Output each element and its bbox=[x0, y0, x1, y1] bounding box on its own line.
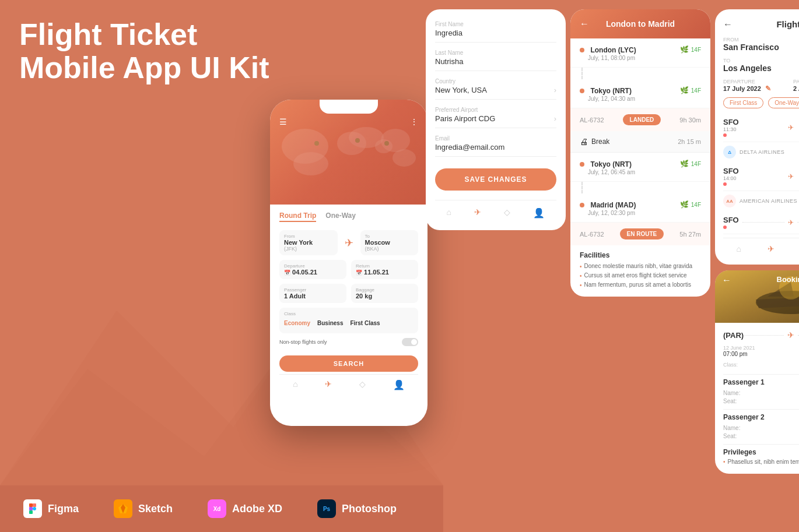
profile-nav-avatar[interactable]: 👤 bbox=[533, 207, 545, 219]
booking-from-airport: (PAR) bbox=[723, 330, 744, 340]
seg2-duration: 5h 27m bbox=[679, 231, 701, 238]
flight-details-row: DEPARTURE 17 July 2022 ✎ PASSENGERS 2 Ad… bbox=[723, 79, 799, 93]
booking-panel: ← Booking ✕ (PAR) ✈ ( bbox=[715, 270, 799, 474]
title-block: Flight Ticket Mobile App UI Kit bbox=[19, 18, 445, 84]
nonstop-toggle[interactable] bbox=[402, 338, 418, 346]
menu-icon[interactable]: ☰ bbox=[279, 117, 287, 126]
baggage-field[interactable]: Baggage 20 kg bbox=[351, 284, 418, 303]
segment1: AL-6732 LANDED 9h 30m bbox=[570, 108, 710, 131]
tool-figma: Figma bbox=[23, 499, 79, 518]
booking-back-button[interactable]: ← bbox=[722, 275, 731, 286]
nav-bookmark-icon[interactable]: ◇ bbox=[359, 379, 366, 390]
profile-nav-home[interactable]: ⌂ bbox=[447, 207, 451, 219]
from-field[interactable]: From New York (JFK) bbox=[279, 230, 338, 255]
flight-result-3: SFO ✈ LAX bbox=[723, 211, 799, 234]
stop-london: London (LYC) 🌿 14F July, 11, 08:00 pm bbox=[570, 38, 710, 68]
booking-arrive-date: 13 June 2021 bbox=[793, 345, 799, 351]
madrid-name: Madrid (MAD) bbox=[590, 201, 636, 209]
phone-nav: ⌂ ✈ ◇ 👤 bbox=[279, 374, 418, 393]
facilities-title: Facilities bbox=[580, 251, 701, 259]
right-panels: First Name Ingredia Last Name Nutrisha C… bbox=[426, 0, 799, 532]
profile-airport-field: Preferred Airport Paris Airport CDG › bbox=[435, 107, 556, 128]
fr3-from-dot bbox=[723, 226, 727, 229]
return-field[interactable]: Return 📅 11.05.21 bbox=[351, 260, 418, 279]
profile-nav-bookmark[interactable]: ◇ bbox=[504, 207, 510, 219]
from-section: FROM San Francisco bbox=[723, 37, 799, 52]
swap-icon[interactable]: ✈ bbox=[345, 237, 353, 249]
break-icon: 🖨 bbox=[580, 137, 588, 146]
phone-header: ☰ ⋮ bbox=[270, 100, 427, 205]
departure-field[interactable]: Departure 📅 04.05.21 bbox=[279, 260, 346, 279]
fr3-from: SFO bbox=[723, 216, 739, 229]
airport-value[interactable]: Paris Airport CDG › bbox=[435, 114, 556, 128]
itinerary-panel: ← London to Madrid London (LYC) 🌿 14F Ju… bbox=[570, 9, 710, 297]
route-section: FROM San Francisco ⇅ TO Los Angeles bbox=[723, 37, 799, 73]
svg-rect-12 bbox=[29, 503, 33, 507]
tag-one-way[interactable]: One-Way bbox=[768, 97, 799, 108]
firstname-label: First Name bbox=[435, 21, 556, 27]
tool-photoshop: Ps Photoshop bbox=[317, 499, 397, 518]
facilities-section: Facilities • Donec molestie mauris nibh,… bbox=[570, 245, 710, 297]
seg1-status: LANDED bbox=[623, 114, 661, 125]
nonstop-label: Non-stop flights only bbox=[279, 339, 327, 345]
edit-dep-icon[interactable]: ✎ bbox=[765, 84, 771, 93]
return-label: Return bbox=[356, 263, 413, 269]
svg-point-9 bbox=[314, 141, 319, 146]
more-icon[interactable]: ⋮ bbox=[410, 117, 418, 126]
profile-nav-flight[interactable]: ✈ bbox=[474, 207, 481, 219]
p2-name-label: Name: bbox=[723, 425, 740, 431]
tag-first-class[interactable]: First Class bbox=[723, 97, 763, 108]
tab-one-way[interactable]: One-Way bbox=[325, 212, 356, 222]
tokyo-name-2: Tokyo (NRT) bbox=[590, 160, 631, 168]
tag-row: First Class One-Way ⊞ bbox=[723, 97, 799, 108]
to-value: Moscow bbox=[365, 239, 414, 246]
leaf-icon-2: 🌿 bbox=[680, 86, 689, 94]
from-route-value: San Francisco bbox=[723, 43, 799, 52]
fr1-from-dot bbox=[723, 133, 727, 137]
svg-point-11 bbox=[384, 141, 389, 146]
phone-header-icons: ☰ ⋮ bbox=[270, 117, 427, 126]
flt-nav-home[interactable]: ⌂ bbox=[737, 244, 741, 255]
phone-body: Round Trip One-Way From New York (JFK) ✈… bbox=[270, 205, 427, 400]
passenger2-title: Passenger 2 bbox=[723, 413, 799, 421]
to-field[interactable]: To Moscow (BKA) bbox=[360, 230, 419, 255]
passenger-field[interactable]: Passenger 1 Adult bbox=[279, 284, 346, 303]
passenger-value: 1 Adult bbox=[284, 293, 342, 300]
leaf-count-3: 14F bbox=[691, 161, 701, 167]
leaf-count-1: 14F bbox=[691, 47, 701, 53]
tab-row: Round Trip One-Way bbox=[279, 212, 418, 222]
nav-home-icon[interactable]: ⌂ bbox=[293, 379, 297, 390]
tab-round-trip[interactable]: Round Trip bbox=[279, 212, 316, 222]
svg-point-10 bbox=[355, 138, 360, 143]
country-value[interactable]: New York, USA › bbox=[435, 86, 556, 100]
class-economy[interactable]: Economy bbox=[284, 320, 310, 326]
class-first[interactable]: First Class bbox=[350, 320, 380, 326]
nav-profile-icon[interactable]: 👤 bbox=[393, 379, 405, 390]
fr2-from: SFO 14:00 bbox=[723, 167, 739, 186]
seg2-status: EN ROUTE bbox=[620, 228, 664, 239]
swap-icon-container: ✈ bbox=[342, 230, 356, 255]
lastname-label: Last Name bbox=[435, 50, 556, 56]
nav-flight-icon[interactable]: ✈ bbox=[325, 379, 332, 390]
flights-back-icon[interactable]: ← bbox=[723, 19, 733, 30]
svg-rect-13 bbox=[33, 503, 36, 507]
class-business[interactable]: Business bbox=[317, 320, 343, 326]
fr1-arrow: ✈ bbox=[739, 124, 799, 132]
passengers-detail-value: 2 Adults ✎ bbox=[793, 84, 799, 93]
itinerary-back-button[interactable]: ← bbox=[580, 19, 589, 29]
svg-point-3 bbox=[293, 152, 328, 175]
airport-chevron: › bbox=[554, 114, 556, 123]
firstname-value[interactable]: Ingredia bbox=[435, 29, 556, 43]
sketch-icon bbox=[114, 499, 132, 518]
booking-arrive-time: 10:20 am bbox=[793, 351, 799, 357]
save-changes-button[interactable]: SAVE CHANGES bbox=[435, 168, 556, 191]
ps-icon: Ps bbox=[317, 499, 336, 518]
booking-title: Booking bbox=[777, 275, 800, 286]
lastname-value[interactable]: Nutrisha bbox=[435, 57, 556, 71]
search-button[interactable]: SEARCH bbox=[279, 355, 418, 372]
profile-nav: ⌂ ✈ ◇ 👤 bbox=[435, 200, 556, 219]
flt-nav-flight[interactable]: ✈ bbox=[768, 244, 775, 255]
seg1-duration: 9h 30m bbox=[679, 117, 701, 124]
ps-label-icon: Ps bbox=[323, 506, 330, 512]
email-value[interactable]: Ingredia@email.com bbox=[435, 143, 556, 157]
